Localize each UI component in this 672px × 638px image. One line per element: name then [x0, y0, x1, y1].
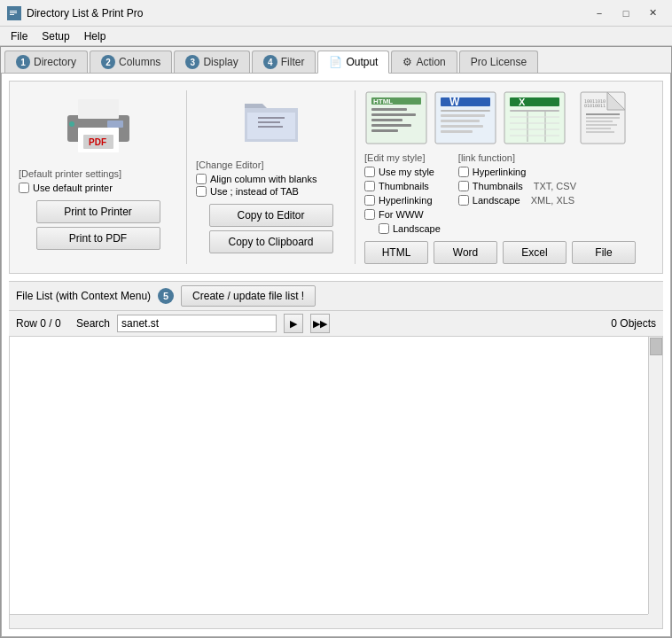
edit-style-label: [Edit my style]	[364, 152, 441, 163]
tab-columns[interactable]: 2 Columns	[90, 51, 172, 73]
svg-rect-7	[107, 121, 123, 128]
main-window: 1 Directory 2 Columns 3 Display 4 Filter…	[0, 46, 672, 638]
scrollbar-corner	[648, 614, 662, 628]
default-printer-label: [Default printer settings]	[19, 168, 121, 179]
use-default-checkbox[interactable]	[19, 183, 29, 193]
svg-rect-28	[441, 120, 480, 122]
tab-number-directory: 1	[16, 55, 30, 69]
svg-rect-18	[371, 113, 416, 116]
tab-number-columns: 2	[101, 55, 115, 69]
landscape-left-checkbox[interactable]	[379, 223, 389, 234]
print-to-pdf-button[interactable]: Print to PDF	[36, 227, 160, 250]
hyperlinking-left-checkbox[interactable]	[364, 195, 375, 206]
thumbnails-right-checkbox[interactable]	[458, 181, 469, 191]
search-last-button[interactable]: ▶▶	[310, 314, 330, 333]
excel-button[interactable]: Excel	[503, 241, 567, 264]
svg-text:PDF: PDF	[89, 137, 106, 147]
menu-help[interactable]: Help	[77, 28, 113, 44]
for-www-row: For WWW	[364, 209, 424, 220]
print-section: PDF [Default printer settings] Use defau…	[19, 90, 187, 264]
align-column-checkbox-row: Align column with blanks	[196, 174, 316, 184]
change-editor-label: [Change Editor]	[196, 160, 263, 170]
for-www-checkbox[interactable]	[364, 209, 375, 220]
html-button[interactable]: HTML	[364, 241, 428, 264]
tab-label-output: Output	[346, 56, 378, 68]
tab-prolicense[interactable]: Pro License	[459, 51, 538, 73]
tab-display[interactable]: 3 Display	[174, 51, 249, 73]
search-input[interactable]	[117, 315, 277, 332]
horizontal-scrollbar[interactable]	[10, 614, 648, 628]
output-panel: PDF [Default printer settings] Use defau…	[9, 81, 663, 274]
close-button[interactable]: ✕	[640, 4, 665, 22]
tab-label-columns: Columns	[119, 56, 160, 68]
svg-rect-45	[586, 124, 617, 126]
file-format-icon: 10011010 01010011	[572, 90, 636, 145]
scrollbar-thumb-v[interactable]	[650, 338, 662, 355]
svg-rect-24	[441, 97, 490, 106]
left-options-col: [Edit my style] Use my style Thumbnails …	[364, 152, 441, 236]
menu-file[interactable]: File	[4, 28, 35, 44]
tab-label-prolicense: Pro License	[471, 56, 527, 68]
thumbnails-left-checkbox[interactable]	[364, 181, 375, 191]
copy-to-editor-button[interactable]: Copy to Editor	[209, 204, 333, 227]
svg-rect-29	[441, 125, 483, 128]
svg-rect-27	[441, 114, 485, 117]
svg-rect-13	[258, 121, 280, 123]
svg-rect-30	[441, 130, 473, 133]
printer-icon: PDF	[59, 90, 138, 161]
vertical-scrollbar[interactable]	[648, 337, 662, 614]
step-badge: 5	[158, 288, 174, 304]
print-to-printer-button[interactable]: Print to Printer	[36, 200, 160, 223]
tab-label-action: Action	[416, 56, 445, 68]
file-button[interactable]: File	[572, 241, 636, 264]
tab-filter[interactable]: 4 Filter	[252, 51, 316, 73]
hyperlinking-right-checkbox[interactable]	[458, 167, 469, 177]
xml-xls-label: XML, XLS	[531, 195, 575, 206]
row-label: Row 0 / 0	[16, 317, 69, 330]
tab-directory[interactable]: 1 Directory	[4, 51, 88, 73]
use-my-style-checkbox[interactable]	[364, 167, 375, 177]
svg-rect-2	[10, 12, 17, 13]
svg-rect-1	[10, 11, 17, 12]
landscape-right-row: Landscape XML, XLS	[458, 195, 574, 206]
action-icon: ⚙	[402, 56, 412, 68]
maximize-button[interactable]: □	[613, 4, 638, 22]
landscape-right-checkbox[interactable]	[458, 195, 469, 206]
hyperlinking-right-label: Hyperlinking	[473, 167, 527, 177]
right-options-col: [link function] Hyperlinking Thumbnails …	[458, 152, 576, 236]
format-buttons-row: HTML Word Excel File	[364, 241, 653, 264]
word-format-icon: W	[434, 90, 497, 145]
create-file-list-button[interactable]: Create / update file list !	[181, 285, 316, 307]
use-default-label: Use default printer	[33, 183, 113, 193]
thumbnails-left-label: Thumbnails	[379, 181, 429, 191]
svg-rect-5	[78, 99, 119, 119]
svg-text:HTML: HTML	[373, 97, 393, 105]
copy-to-clipboard-button[interactable]: Copy to Clipboard	[209, 230, 333, 253]
word-button[interactable]: Word	[434, 241, 497, 264]
menu-bar: File Setup Help	[0, 27, 672, 46]
align-column-label: Align column with blanks	[210, 174, 316, 184]
menu-setup[interactable]: Setup	[35, 28, 76, 44]
tab-action[interactable]: ⚙ Action	[391, 51, 457, 73]
tab-output[interactable]: 📄 Output	[317, 51, 389, 74]
thumbnails-right-label: Thumbnails	[473, 181, 523, 191]
svg-rect-14	[258, 126, 283, 128]
semicolon-checkbox[interactable]	[196, 186, 207, 197]
search-next-button[interactable]: ▶	[284, 314, 303, 333]
semicolon-checkbox-row: Use ; instead of TAB	[196, 186, 299, 197]
txt-csv-label: TXT, CSV	[534, 181, 576, 191]
landscape-label: Landscape	[393, 223, 441, 234]
svg-rect-32	[510, 97, 559, 106]
semicolon-label: Use ; instead of TAB	[210, 186, 299, 197]
align-column-checkbox[interactable]	[196, 174, 207, 184]
tab-number-filter: 4	[263, 55, 277, 69]
svg-rect-34	[510, 110, 559, 112]
file-list-bar: File List (with Context Menu) 5 Create /…	[9, 281, 663, 310]
tab-label-display: Display	[203, 56, 238, 68]
svg-rect-47	[586, 131, 614, 133]
hyperlinking-left-label: Hyperlinking	[379, 195, 433, 206]
minimize-button[interactable]: −	[587, 4, 612, 22]
use-default-checkbox-row: Use default printer	[19, 183, 113, 193]
file-list-label: File List (with Context Menu)	[16, 290, 151, 302]
title-bar: Directory List & Print Pro − □ ✕	[0, 0, 672, 27]
